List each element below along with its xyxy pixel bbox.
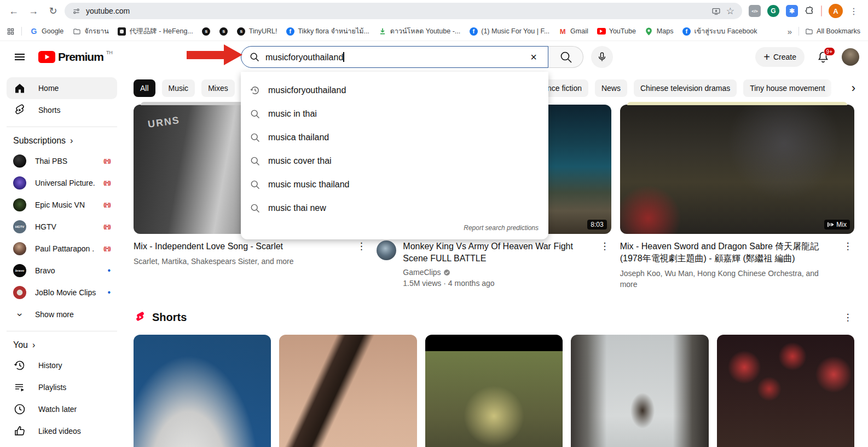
sidebar-item-history[interactable]: History — [7, 354, 117, 376]
chip-news[interactable]: News — [595, 79, 627, 97]
bookmark-folder[interactable]: จักรยาน — [69, 24, 112, 39]
video-menu-button[interactable]: ⋮ — [841, 240, 854, 290]
bookmark-facebook-login[interactable]: f เข้าสู่ระบบ Facebook — [679, 24, 760, 39]
create-button[interactable]: + Create — [755, 47, 805, 67]
video-title[interactable]: Mix - Heaven Sword and Dragon Sabre 倚天屠龍… — [620, 240, 835, 265]
show-more-button[interactable]: › Show more — [7, 303, 117, 325]
subscription-bravo[interactable]: bravo Bravo • — [7, 260, 117, 282]
sidebar-item-home[interactable]: Home — [7, 77, 117, 99]
bookmark-google[interactable]: G Google — [26, 25, 67, 38]
youtube-play-icon — [38, 51, 55, 63]
chips-next-icon[interactable]: › — [825, 79, 858, 97]
settings-extension-icon[interactable]: ✱ — [786, 5, 798, 17]
video-title[interactable]: Monkey King Vs Army Of Heaven War Fight … — [403, 240, 591, 265]
video-title[interactable]: Mix - Independent Love Song - Scarlet — [134, 240, 348, 253]
bookmark-youtube[interactable]: YouTube — [594, 25, 639, 38]
install-icon[interactable] — [711, 7, 721, 16]
sidebar-item-liked-videos[interactable]: Liked videos — [7, 420, 117, 442]
bookmark-gmail[interactable]: M Gmail — [555, 25, 592, 38]
subscription-universal-pictures[interactable]: Universal Picture... ((•)) — [7, 172, 117, 194]
chip-tiny-house[interactable]: Tiny house movement — [743, 79, 831, 97]
bookmark-download-youtube[interactable]: ดาวน์โหลด Youtube -... — [375, 24, 464, 39]
notifications-button[interactable]: 9+ — [817, 50, 830, 64]
channel-avatar[interactable] — [377, 240, 396, 260]
bookmark-tikky-flora[interactable]: f Tikky flora จำหน่ายไม้... — [282, 24, 372, 39]
sidebar-item-shorts[interactable]: Shorts — [7, 99, 117, 121]
report-search-predictions-link[interactable]: Report search predictions — [241, 220, 548, 237]
subscription-thai-pbs[interactable]: Thai PBS ((•)) — [7, 150, 117, 172]
video-thumbnail[interactable]: Mix — [620, 105, 854, 234]
you-header[interactable]: You › — [7, 337, 117, 354]
all-bookmarks-button[interactable]: All Bookmarks — [801, 25, 864, 38]
subscription-hgtv[interactable]: HGTV HGTV ((•)) — [7, 216, 117, 238]
sidebar-item-playlists[interactable]: Playlists — [7, 376, 117, 398]
suggestion-item[interactable]: music music thailand — [241, 173, 548, 196]
chip-chinese-tv-dramas[interactable]: Chinese television dramas — [634, 79, 737, 97]
bookmark-hefeng[interactable]: 代理品牌 - HeFeng... — [114, 25, 196, 38]
browser-menu-icon[interactable]: ⋮ — [849, 6, 858, 16]
site-info-icon[interactable] — [72, 7, 80, 15]
grammarly-extension-icon[interactable]: G — [767, 5, 779, 17]
chip-mixes[interactable]: Mixes — [201, 79, 235, 97]
channel-name[interactable]: GameClips — [403, 268, 591, 277]
code-extension-icon[interactable]: </> — [749, 5, 761, 17]
url-text[interactable]: youtube.com — [86, 7, 706, 15]
bookmark-tinyurl[interactable]: s TinyURL! — [234, 25, 281, 38]
video-byline[interactable]: Scarlet, Martika, Shakespears Sister, an… — [134, 256, 348, 267]
bookmark-maps[interactable]: Maps — [641, 25, 677, 38]
text-caret — [343, 52, 344, 62]
video-card[interactable]: Mix Mix - Heaven Sword and Dragon Sabre … — [620, 105, 854, 290]
facebook-icon: f — [682, 27, 691, 36]
chip-all[interactable]: All — [134, 79, 155, 97]
shorts-thumbnail[interactable] — [425, 335, 563, 447]
search-button[interactable] — [548, 46, 583, 68]
suggestion-item[interactable]: music thai new — [241, 196, 548, 220]
shorts-thumbnail[interactable] — [717, 335, 854, 447]
sidebar-item-watch-later[interactable]: Watch later — [7, 398, 117, 420]
channel-avatar: HGTV — [13, 220, 26, 233]
clock-icon — [13, 403, 26, 416]
account-avatar[interactable] — [842, 48, 859, 66]
shorts-thumbnail[interactable] — [134, 335, 271, 447]
suggestion-item[interactable]: musicforyouthailand — [241, 78, 548, 102]
suggestion-item[interactable]: musica thailand — [241, 125, 548, 149]
new-content-dot: • — [107, 266, 111, 276]
guide-sidebar: Home Shorts Subscriptions › Thai PBS ((•… — [0, 73, 124, 447]
chip-music[interactable]: Music — [162, 79, 195, 97]
subscription-epic-music-vn[interactable]: Epic Music VN ((•)) — [7, 194, 117, 216]
shorts-menu-button[interactable]: ⋮ — [841, 312, 854, 323]
bookmark-site[interactable]: s — [199, 25, 214, 38]
suggestion-item[interactable]: music in thai — [241, 102, 548, 125]
extensions-puzzle-icon[interactable] — [805, 6, 814, 16]
clear-search-icon[interactable]: × — [525, 51, 542, 64]
live-icon: ((•)) — [103, 224, 111, 230]
forward-icon[interactable]: → — [25, 3, 42, 19]
shorts-thumbnail[interactable] — [571, 335, 708, 447]
video-menu-button[interactable]: ⋮ — [355, 240, 368, 267]
bookmark-star-icon[interactable]: ☆ — [726, 5, 734, 17]
voice-search-button[interactable] — [591, 46, 613, 68]
guide-menu-icon[interactable] — [9, 46, 31, 68]
subscriptions-header[interactable]: Subscriptions › — [7, 133, 117, 150]
browser-profile-avatar[interactable]: A — [829, 4, 843, 18]
youtube-premium-logo[interactable]: Premium TH — [38, 51, 113, 63]
shorts-thumbnail[interactable] — [279, 335, 416, 447]
site-icon: s — [237, 27, 245, 36]
site-icon — [118, 27, 126, 36]
bookmark-music-for-you[interactable]: f (1) Music For You | F... — [466, 25, 553, 38]
suggestion-item[interactable]: music cover thai — [241, 149, 548, 173]
video-menu-button[interactable]: ⋮ — [598, 240, 611, 289]
subscription-joblo-movie-clips[interactable]: JoBlo Movie Clips • — [7, 282, 117, 303]
back-icon[interactable]: ← — [5, 3, 22, 19]
sidebar-divider — [7, 127, 117, 127]
subscription-paul-pattarapon[interactable]: Paul Pattarapon ... ((•)) — [7, 238, 117, 260]
address-bar[interactable]: youtube.com ☆ — [65, 3, 742, 19]
video-byline[interactable]: Joseph Koo, Wu Man, Hong Kong Chinese Or… — [620, 268, 835, 290]
apps-grid-icon[interactable] — [4, 27, 17, 36]
bookmarks-overflow-icon[interactable]: » — [783, 27, 796, 36]
search-query-text: musicforyouthailand — [265, 53, 343, 62]
search-input[interactable]: musicforyouthailand × — [241, 46, 548, 68]
bookmark-site[interactable]: s — [216, 25, 232, 38]
reload-icon[interactable]: ↻ — [45, 3, 61, 19]
facebook-icon: f — [286, 27, 294, 36]
